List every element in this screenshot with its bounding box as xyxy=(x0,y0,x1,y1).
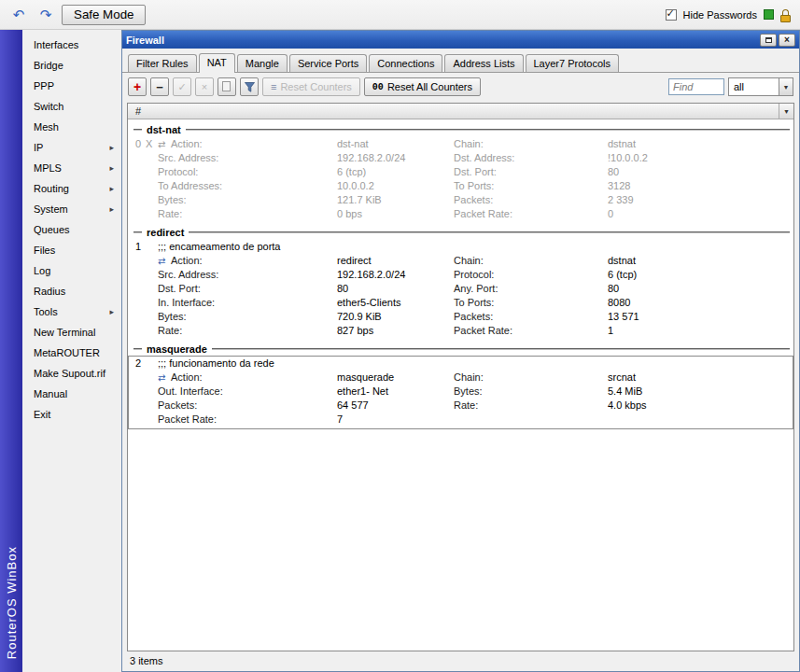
field-label xyxy=(454,413,608,427)
rule-detail-line: In. Interface:ether5-ClientsTo Ports:808… xyxy=(158,296,790,310)
safe-mode-button[interactable]: Safe Mode xyxy=(62,5,146,25)
field-label: Dst. Port: xyxy=(454,165,608,179)
field-label: ⇄Action: xyxy=(158,254,337,268)
tab-connections[interactable]: Connections xyxy=(369,54,442,72)
field-value: 4.0 kbps xyxy=(608,399,790,413)
field-value: ether5-Clients xyxy=(337,296,454,310)
rule-disabled-flag xyxy=(146,357,158,427)
nat-action-icon: ⇄ xyxy=(158,137,171,151)
field-value: dst-nat xyxy=(337,137,454,151)
rule-number: 2 xyxy=(135,357,146,427)
sidebar-item-log[interactable]: Log xyxy=(22,260,121,281)
field-value: 80 xyxy=(337,282,454,296)
sidebar-item-manual[interactable]: Manual xyxy=(22,384,121,404)
undo-button[interactable]: ↶ xyxy=(7,5,30,25)
nat-rule-row[interactable]: 0X⇄Action:dst-natChain:dstnatSrc. Addres… xyxy=(128,136,793,224)
find-input[interactable] xyxy=(668,78,724,95)
rule-detail-line: Dst. Port:80Any. Port:80 xyxy=(158,282,790,296)
field-value xyxy=(608,413,790,427)
filter-button[interactable] xyxy=(240,77,259,96)
field-value: 10.0.0.2 xyxy=(337,179,454,193)
chevron-down-icon: ▼ xyxy=(783,108,790,115)
sidebar-item-tools[interactable]: Tools▸ xyxy=(22,301,121,322)
tab-address-lists[interactable]: Address Lists xyxy=(444,54,523,72)
field-label: Rate: xyxy=(158,324,337,338)
field-value: 6 (tcp) xyxy=(608,268,790,282)
reset-all-counters-button[interactable]: 00 Reset All Counters xyxy=(364,77,481,96)
main-toolbar: ↶ ↷ Safe Mode ✓ Hide Passwords xyxy=(0,0,800,30)
sidebar-item-queues[interactable]: Queues xyxy=(22,219,121,240)
redo-button[interactable]: ↷ xyxy=(35,5,57,25)
field-value: srcnat xyxy=(608,371,790,385)
column-header-row[interactable]: # ▼ xyxy=(128,104,793,119)
sidebar-item-routing[interactable]: Routing▸ xyxy=(22,178,121,199)
rule-detail-line: Rate:827 bpsPacket Rate:1 xyxy=(158,324,790,338)
dropdown-button[interactable]: ▼ xyxy=(779,78,793,95)
tab-layer7-protocols[interactable]: Layer7 Protocols xyxy=(526,54,620,72)
sidebar-item-mpls[interactable]: MPLS▸ xyxy=(22,158,121,178)
field-label: Packet Rate: xyxy=(454,324,608,338)
funnel-icon xyxy=(245,82,255,92)
field-label: To Ports: xyxy=(454,296,608,310)
column-header-number[interactable]: # xyxy=(128,105,779,117)
field-label: Packets: xyxy=(454,193,608,207)
field-value: 0 bps xyxy=(337,207,454,221)
window-title: Firewall xyxy=(126,35,164,46)
close-button[interactable]: × xyxy=(779,34,795,47)
tab-filter-rules[interactable]: Filter Rules xyxy=(128,54,197,72)
sidebar-item-ip[interactable]: IP▸ xyxy=(22,137,121,158)
sidebar-item-switch[interactable]: Switch xyxy=(22,96,121,117)
remove-rule-button[interactable]: − xyxy=(150,77,169,96)
sidebar-item-system[interactable]: System▸ xyxy=(22,199,121,219)
sidebar-item-exit[interactable]: Exit xyxy=(22,404,121,425)
add-rule-button[interactable]: + xyxy=(128,77,147,96)
firewall-window: Firewall × Filter RulesNATMangleService … xyxy=(121,30,800,672)
tab-service-ports[interactable]: Service Ports xyxy=(289,54,367,72)
rule-comment: ;;; encameamento de porta xyxy=(158,240,790,254)
group-label: redirect xyxy=(147,227,184,238)
sidebar-item-mesh[interactable]: Mesh xyxy=(22,117,121,137)
hide-passwords-checkbox[interactable]: ✓ xyxy=(666,9,677,21)
field-label: Packets: xyxy=(454,310,608,324)
rule-detail-line: Protocol:6 (tcp)Dst. Port:80 xyxy=(158,165,790,179)
close-icon: × xyxy=(784,35,790,45)
nat-rule-row[interactable]: 2;;; funcionamento da rede⇄Action:masque… xyxy=(128,356,793,429)
field-value: 192.168.2.0/24 xyxy=(337,151,454,165)
hide-passwords-label: Hide Passwords xyxy=(683,9,757,21)
column-select-button[interactable]: ▼ xyxy=(779,104,793,119)
sidebar-item-label: Tools xyxy=(34,306,58,317)
chain-filter-dropdown[interactable]: all ▼ xyxy=(728,77,793,96)
nat-action-icon: ⇄ xyxy=(158,371,171,385)
maximize-button[interactable] xyxy=(760,34,777,47)
tab-mangle[interactable]: Mangle xyxy=(237,54,288,72)
sidebar-item-bridge[interactable]: Bridge xyxy=(22,55,121,76)
field-value: 720.9 KiB xyxy=(337,310,454,324)
sidebar-item-label: Interfaces xyxy=(34,39,78,50)
reset-counters-button[interactable]: ≡ Reset Counters xyxy=(262,77,360,96)
nat-rule-list-frame: # ▼ dst-nat0X⇄Action:dst-natChain:dstnat… xyxy=(127,103,794,651)
sidebar-item-label: Files xyxy=(34,245,55,256)
brand-vertical-text: RouterOS WinBox xyxy=(5,546,19,659)
enable-rule-button[interactable]: ✓ xyxy=(173,77,191,96)
sidebar-item-metarouter[interactable]: MetaROUTER xyxy=(22,343,121,363)
rule-detail-line: Rate:0 bpsPacket Rate:0 xyxy=(158,207,790,221)
window-titlebar[interactable]: Firewall × xyxy=(122,31,799,49)
separator-line xyxy=(133,231,142,233)
sidebar-item-radius[interactable]: Radius xyxy=(22,281,121,301)
sidebar-item-ppp[interactable]: PPP xyxy=(22,76,121,96)
field-value: 121.7 KiB xyxy=(337,193,454,207)
field-label: Bytes: xyxy=(454,385,608,399)
sidebar-item-make-supout-rif[interactable]: Make Supout.rif xyxy=(22,363,121,384)
sidebar-item-new-terminal[interactable]: New Terminal xyxy=(22,322,121,343)
sidebar-menu: InterfacesBridgePPPSwitchMeshIP▸MPLS▸Rou… xyxy=(22,30,121,672)
field-label: Rate: xyxy=(454,399,608,413)
disable-rule-button[interactable]: × xyxy=(195,77,214,96)
connection-status-icon xyxy=(764,9,774,20)
status-bar: 3 items xyxy=(122,652,799,671)
tab-nat[interactable]: NAT xyxy=(199,53,235,73)
comment-button[interactable] xyxy=(218,77,236,96)
sidebar-item-files[interactable]: Files xyxy=(22,240,121,260)
sidebar-item-interfaces[interactable]: Interfaces xyxy=(22,35,121,55)
nat-rule-row[interactable]: 1;;; encameamento de porta⇄Action:redire… xyxy=(128,239,793,341)
brand-strip: RouterOS WinBox xyxy=(0,30,22,672)
